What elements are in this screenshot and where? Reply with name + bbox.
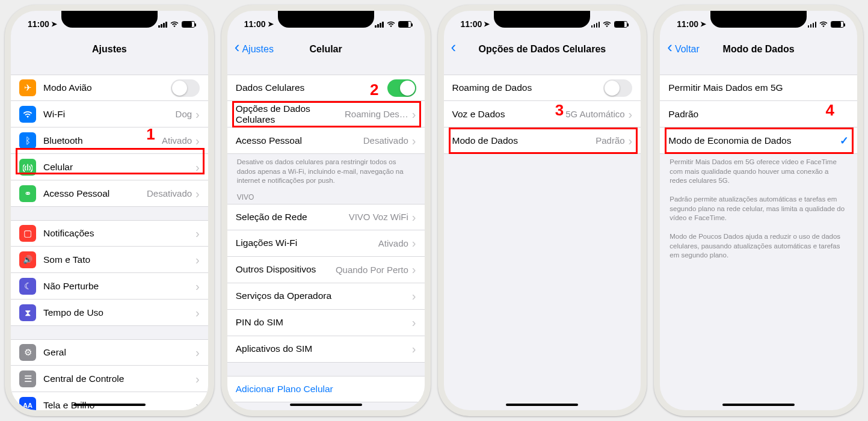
location-icon: ➤ <box>268 20 274 28</box>
row-screentime[interactable]: ⧗ Tempo de Uso <box>11 300 208 326</box>
device-4: 11:00 ➤ Voltar Modo de Dados Permitir Ma… <box>654 5 863 416</box>
navbar: Opções de Dados Celulares <box>444 37 641 61</box>
home-indicator[interactable] <box>73 404 146 406</box>
row-label: Acesso Pessoal <box>236 135 363 146</box>
row-wifi-calls[interactable]: Ligações Wi-Fi Ativado <box>227 230 425 257</box>
row-network[interactable]: Seleção de Rede VIVO Voz WiFi <box>227 204 425 230</box>
row-label: Padrão <box>668 109 849 120</box>
signal-icon <box>808 20 817 28</box>
notch <box>278 11 374 28</box>
status-time: 11:00 <box>28 19 49 29</box>
bluetooth-icon: ᛒ <box>19 132 36 149</box>
row-label: Geral <box>43 347 195 358</box>
cell-data-toggle[interactable] <box>387 79 416 97</box>
wifi-icon <box>170 20 179 28</box>
row-value: Roaming Des… <box>345 109 408 119</box>
row-sound[interactable]: 🔊 Som e Tato <box>11 247 208 273</box>
row-control[interactable]: ☰ Central de Controle <box>11 366 208 392</box>
control-icon: ☰ <box>19 370 36 387</box>
device-3: 11:00 ➤ Opções de Dados Celulares Roamin… <box>438 5 647 416</box>
back-button[interactable] <box>451 44 457 55</box>
navbar: Ajustes <box>11 37 208 61</box>
row-label: Celular <box>43 162 195 173</box>
row-airplane[interactable]: ✈ Modo Avião <box>11 75 208 101</box>
row-other-dev[interactable]: Outros Dispositivos Quando Por Perto <box>227 257 425 283</box>
page-title: Ajustes <box>92 44 127 55</box>
roaming-toggle[interactable] <box>603 79 632 97</box>
wifi-icon <box>387 20 395 28</box>
notifications-icon: ▢ <box>19 225 36 242</box>
row-bluetooth[interactable]: ᛒ Bluetooth Ativado <box>11 128 208 154</box>
back-button[interactable]: Voltar <box>667 44 700 55</box>
row-dnd[interactable]: ☾ Não Perturbe <box>11 273 208 300</box>
notch <box>710 11 807 28</box>
row-label: Som e Tato <box>43 254 195 265</box>
row-hotspot[interactable]: Acesso Pessoal Desativado <box>227 128 425 154</box>
row-carrier[interactable]: Serviços da Operadora <box>227 283 425 310</box>
row-cell-data[interactable]: Dados Celulares <box>227 75 425 101</box>
row-more-5g[interactable]: Permitir Mais Dados em 5G <box>660 75 857 101</box>
row-label: Opções de Dados Celulares <box>236 103 345 125</box>
location-icon: ➤ <box>484 20 490 28</box>
home-indicator[interactable] <box>290 404 362 406</box>
cellular-icon <box>19 159 36 176</box>
row-label: Dados Celulares <box>236 82 387 93</box>
general-icon: ⚙ <box>19 344 36 361</box>
airplane-icon: ✈ <box>19 79 36 96</box>
row-value: Ativado <box>162 135 192 146</box>
row-label: Bluetooth <box>43 135 162 146</box>
device-1: 11:00 ➤ Ajustes ✈ Modo Avião <box>5 5 214 416</box>
page-title: Celular <box>310 44 342 55</box>
signal-icon <box>591 20 600 28</box>
row-label: Serviços da Operadora <box>236 290 412 301</box>
row-value: Desativado <box>363 135 408 146</box>
group-footer: Permitir Mais Dados em 5G oferece vídeo … <box>660 154 857 264</box>
row-label: Outros Dispositivos <box>236 264 336 275</box>
row-display[interactable]: AA Tela e Brilho <box>11 392 208 410</box>
highlight-number: 3 <box>555 101 564 120</box>
row-voice-data[interactable]: Voz e Dados 5G Automático <box>444 101 641 128</box>
home-indicator[interactable] <box>722 404 795 406</box>
home-indicator[interactable] <box>506 404 578 406</box>
row-label: Voz e Dados <box>452 109 566 120</box>
highlight-number: 1 <box>146 125 155 144</box>
back-button[interactable]: Ajustes <box>235 44 274 55</box>
battery-icon <box>831 21 844 28</box>
row-value: Quando Por Perto <box>336 265 408 275</box>
row-add-plan[interactable]: Adicionar Plano Celular <box>227 376 425 402</box>
row-roaming[interactable]: Roaming de Dados <box>444 75 641 101</box>
row-sim-apps[interactable]: Aplicativos do SIM <box>227 336 425 363</box>
row-data-mode[interactable]: Modo de Dados Padrão <box>444 128 641 154</box>
row-cell-options[interactable]: Opções de Dados Celulares Roaming Des… <box>227 101 425 128</box>
battery-icon <box>614 21 627 28</box>
group-header: VIVO <box>227 189 425 204</box>
signal-icon <box>375 20 384 28</box>
row-label: Modo de Economia de Dados <box>668 135 840 146</box>
page-title: Modo de Dados <box>723 44 795 55</box>
row-label: Ligações Wi-Fi <box>236 238 378 248</box>
chevron-left-icon <box>451 44 457 55</box>
row-value: Desativado <box>147 188 192 198</box>
row-wifi[interactable]: Wi-Fi Dog <box>11 101 208 128</box>
status-time: 11:00 <box>244 19 266 29</box>
row-label: Permitir Mais Dados em 5G <box>668 82 849 93</box>
dnd-icon: ☾ <box>19 278 36 295</box>
row-cellular[interactable]: Celular <box>11 154 208 180</box>
navbar: Voltar Modo de Dados <box>660 37 857 61</box>
sound-icon: 🔊 <box>19 251 36 268</box>
row-label: Wi-Fi <box>43 109 176 120</box>
row-value: Ativado <box>378 238 408 248</box>
wifi-row-icon <box>19 106 36 123</box>
chevron-left-icon <box>235 44 240 55</box>
airplane-toggle[interactable] <box>171 79 200 97</box>
battery-icon <box>182 21 195 28</box>
row-general[interactable]: ⚙ Geral <box>11 339 208 366</box>
row-notifications[interactable]: ▢ Notificações <box>11 220 208 247</box>
navbar: Ajustes Celular <box>227 37 425 61</box>
row-hotspot[interactable]: ⚭ Acesso Pessoal Desativado <box>11 180 208 207</box>
row-label: Modo de Dados <box>452 135 596 146</box>
row-sim-pin[interactable]: PIN do SIM <box>227 310 425 336</box>
row-low-data[interactable]: Modo de Economia de Dados ✓ <box>660 128 857 154</box>
highlight-number: 4 <box>826 101 834 120</box>
highlight-number: 2 <box>370 81 378 99</box>
